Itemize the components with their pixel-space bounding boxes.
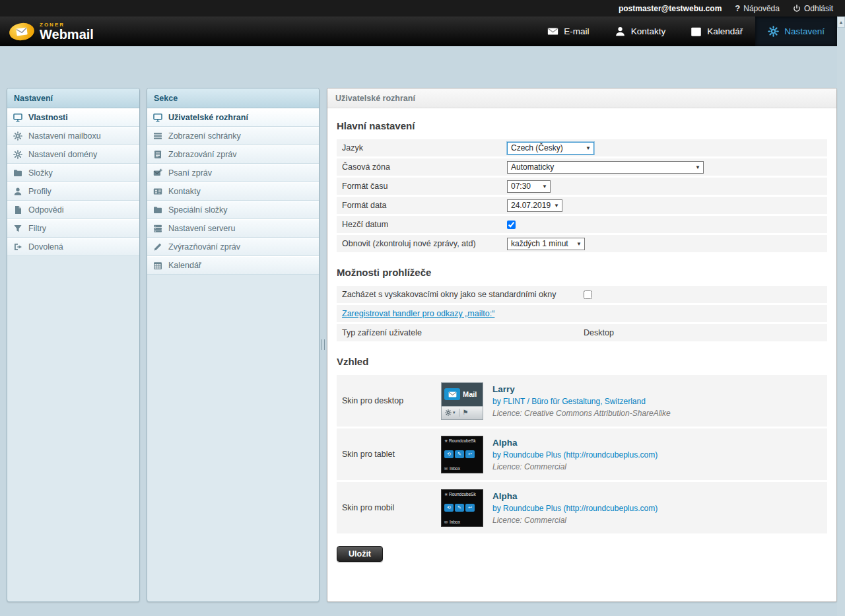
folder-icon — [13, 168, 22, 178]
skin-name-link[interactable]: Larry — [492, 384, 671, 394]
contact-card-icon — [153, 187, 162, 196]
skin-author-link[interactable]: by FLINT / Büro für Gestaltung, Switzerl… — [492, 397, 671, 406]
field-label: Zacházet s vyskakovacími okny jako se st… — [342, 290, 584, 299]
item-label: Dovolená — [28, 242, 63, 252]
section-item-uzivatelske-rozhrani[interactable]: Uživatelské rozhraní — [147, 108, 319, 127]
logout-button[interactable]: Odhlásit — [793, 4, 833, 13]
register-mailto-handler-link[interactable]: Zaregistrovat handler pro odkazy „mailto… — [342, 309, 494, 318]
standard-windows-checkbox[interactable] — [584, 291, 592, 299]
item-label: Odpovědi — [28, 205, 64, 215]
person-icon — [615, 26, 626, 37]
section-item-specialni-slozky[interactable]: Speciální složky — [147, 201, 319, 219]
topbar: postmaster@testwebu.com ? Nápověda Odhlá… — [0, 0, 845, 17]
thumb-brand-label: RoundcubeSk — [449, 492, 476, 496]
pencil-icon — [153, 242, 162, 252]
date-format-select[interactable]: 24.07.2019 ▼ — [507, 199, 562, 212]
skin-name-link[interactable]: Alpha — [492, 491, 658, 501]
item-label: Filtry — [28, 224, 46, 233]
webmail-settings-page: postmaster@testwebu.com ? Nápověda Odhlá… — [0, 0, 845, 616]
scroll-up-arrow-icon[interactable]: ▲ — [837, 17, 845, 28]
column-splitter-handle[interactable] — [321, 339, 325, 350]
select-value: Automaticky — [511, 162, 554, 172]
pretty-date-checkbox[interactable] — [507, 221, 516, 229]
nav-item-email[interactable]: E-mail — [535, 17, 601, 46]
field-label: Hezčí datum — [342, 220, 507, 229]
nav-item-nastaveni[interactable]: Nastavení — [755, 17, 837, 46]
item-label: Nastavení mailboxu — [28, 131, 101, 141]
refresh-icon: ⟲ — [444, 504, 454, 512]
settings-nav-item-filtry[interactable]: Filtry — [7, 219, 139, 238]
mail-icon: ✉ — [444, 520, 448, 524]
compose-icon — [153, 168, 162, 178]
skin-author-link[interactable]: by Roundcube Plus (http://roundcubeplus.… — [492, 504, 658, 513]
skin-licence: Licence: Creative Commons Attribution-Sh… — [492, 409, 671, 418]
skin-row-tablet: Skin pro tablet ✳ RoundcubeSk ⟲ ✎ ↩ ✉ In… — [337, 428, 827, 480]
item-label: Složky — [28, 168, 53, 178]
form-row-mailto-handler: Zaregistrovat handler pro odkazy „mailto… — [337, 305, 827, 322]
section-item-nastaveni-serveru[interactable]: Nastavení serveru — [147, 219, 319, 238]
list-icon — [153, 131, 162, 141]
section-item-zobrazeni-schranky[interactable]: Zobrazení schránky — [147, 127, 319, 145]
app-header: ZONER Webmail E-mail Kontakty Kalendář N… — [0, 17, 845, 46]
language-select[interactable]: Czech (Česky) ▼ — [507, 142, 594, 154]
select-value: Czech (Česky) — [511, 143, 563, 153]
field-label: Časová zóna — [342, 162, 507, 172]
person-icon — [13, 187, 22, 196]
zoner-webmail-logo: ZONER Webmail — [9, 17, 94, 46]
section-item-kontakty[interactable]: Kontakty — [147, 182, 319, 201]
section-item-psani-zprav[interactable]: Psaní zpráv — [147, 164, 319, 182]
form-row-jazyk: Jazyk Czech (Česky) ▼ — [337, 139, 827, 156]
mail-icon: ✉ — [444, 466, 448, 471]
nav-item-kontakty[interactable]: Kontakty — [602, 17, 679, 46]
help-button[interactable]: ? Nápověda — [735, 3, 780, 13]
roundcube-logo-icon: ✳ — [444, 438, 448, 443]
skin-thumbnail-alpha[interactable]: ✳ RoundcubeSk ⟲ ✎ ↩ ✉ Inbox — [441, 489, 483, 527]
refresh-interval-select[interactable]: každých 1 minut ▼ — [507, 238, 585, 250]
item-label: Speciální složky — [168, 205, 228, 215]
skin-thumbnail-larry[interactable]: Mail ▾ ⚑ — [441, 382, 483, 420]
settings-nav-item-dovolena[interactable]: Dovolená — [7, 238, 139, 256]
filter-icon — [13, 224, 22, 233]
settings-nav-item-domena[interactable]: Nastavení domény — [7, 145, 139, 164]
chevron-down-icon: ▼ — [551, 203, 562, 209]
account-email: postmaster@testwebu.com — [619, 4, 722, 13]
item-label: Kontakty — [168, 187, 201, 196]
calendar-icon — [691, 26, 702, 37]
item-label: Vlastnosti — [28, 113, 68, 122]
field-label: Jazyk — [342, 143, 507, 153]
settings-nav-item-vlastnosti[interactable]: Vlastnosti — [7, 108, 139, 127]
page-scrollbar[interactable]: ▲ — [837, 17, 845, 616]
settings-nav-item-odpovedi[interactable]: Odpovědi — [7, 201, 139, 219]
nav-item-kalendar[interactable]: Kalendář — [678, 17, 755, 46]
settings-nav-item-profily[interactable]: Profily — [7, 182, 139, 201]
time-format-select[interactable]: 07:30 ▼ — [507, 180, 551, 193]
field-label: Skin pro mobil — [342, 503, 441, 512]
document-icon — [13, 205, 22, 215]
section-item-zobrazovani-zprav[interactable]: Zobrazování zpráv — [147, 145, 319, 164]
section-item-zvyraznovani-zprav[interactable]: Zvýrazňování zpráv — [147, 238, 319, 256]
form-row-hezci-datum: Hezčí datum — [337, 216, 827, 233]
compose-icon: ✎ — [455, 450, 464, 458]
form-row-casova-zona: Časová zóna Automaticky ▼ — [337, 158, 827, 176]
skin-author-link[interactable]: by Roundcube Plus (http://roundcubeplus.… — [492, 450, 658, 460]
settings-nav-item-mailbox[interactable]: Nastavení mailboxu — [7, 127, 139, 145]
item-label: Uživatelské rozhraní — [168, 113, 248, 122]
item-label: Kalendář — [168, 261, 201, 270]
skin-thumbnail-alpha[interactable]: ✳ RoundcubeSk ⟲ ✎ ↩ ✉ Inbox — [441, 436, 483, 473]
nav-label: E-mail — [564, 26, 589, 36]
settings-nav-column: Nastavení Vlastnosti Nastavení mailboxu … — [7, 88, 140, 602]
skin-licence: Licence: Commercial — [492, 516, 658, 525]
refresh-icon: ⟲ — [444, 450, 454, 458]
mail-icon — [547, 26, 558, 37]
skin-licence: Licence: Commercial — [492, 462, 658, 471]
timezone-select[interactable]: Automaticky ▼ — [507, 161, 704, 174]
settings-nav-item-slozky[interactable]: Složky — [7, 164, 139, 182]
item-label: Psaní zpráv — [168, 168, 212, 178]
monitor-icon — [13, 113, 22, 122]
section-item-kalendar[interactable]: Kalendář — [147, 256, 319, 275]
skin-name-link[interactable]: Alpha — [492, 438, 658, 448]
chevron-down-icon: ▼ — [574, 241, 584, 247]
calendar-icon — [153, 261, 162, 270]
gear-icon — [13, 131, 22, 141]
save-button[interactable]: Uložit — [337, 546, 383, 562]
